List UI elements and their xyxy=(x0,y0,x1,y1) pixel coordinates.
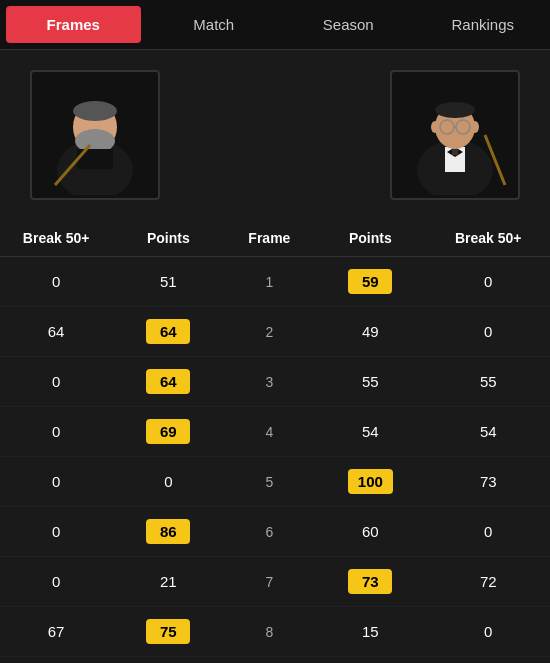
header-break-right: Break 50+ xyxy=(426,220,550,257)
cell-break-left: 0 xyxy=(0,257,112,307)
cell-points-right: 60 xyxy=(314,507,426,557)
cell-break-left: 0 xyxy=(0,507,112,557)
cell-break-right: 0 xyxy=(426,607,550,657)
cell-frame: 8 xyxy=(224,607,314,657)
svg-point-4 xyxy=(73,101,117,121)
tab-season[interactable]: Season xyxy=(281,0,416,49)
player-left-portrait xyxy=(30,70,160,200)
cell-frame: 6 xyxy=(224,507,314,557)
cell-break-left: 64 xyxy=(0,307,112,357)
cell-points-left: 21 xyxy=(112,557,224,607)
table-row: 02177372 xyxy=(0,557,550,607)
cell-break-right: 54 xyxy=(426,407,550,457)
cell-points-left: 51 xyxy=(112,257,224,307)
table-row: 0866600 xyxy=(0,507,550,557)
table-row: 06945454 xyxy=(0,407,550,457)
cell-frame: 5 xyxy=(224,457,314,507)
player-right-image xyxy=(395,75,515,195)
tab-bar: Frames Match Season Rankings xyxy=(0,0,550,50)
svg-point-14 xyxy=(431,121,439,133)
cell-frame: 3 xyxy=(224,357,314,407)
cell-frame: 4 xyxy=(224,407,314,457)
cell-break-right: 0 xyxy=(426,307,550,357)
cell-break-right: 72 xyxy=(426,557,550,607)
table-row: 06435555 xyxy=(0,357,550,407)
tab-rankings[interactable]: Rankings xyxy=(416,0,551,49)
cell-frame: 7 xyxy=(224,557,314,607)
player-left-image xyxy=(35,75,155,195)
table-row: 00510073 xyxy=(0,457,550,507)
cell-frame: 2 xyxy=(224,307,314,357)
table-row: 64642490 xyxy=(0,307,550,357)
cell-break-left: 0 xyxy=(0,457,112,507)
cell-break-right: 0 xyxy=(426,257,550,307)
cell-points-right: 59 xyxy=(314,257,426,307)
svg-point-15 xyxy=(471,121,479,133)
stats-table: Break 50+ Points Frame Points Break 50+ … xyxy=(0,220,550,657)
cell-break-right: 73 xyxy=(426,457,550,507)
tab-frames[interactable]: Frames xyxy=(6,6,141,43)
cell-points-left: 69 xyxy=(112,407,224,457)
cell-points-left: 64 xyxy=(112,357,224,407)
players-row xyxy=(0,50,550,210)
header-points-right: Points xyxy=(314,220,426,257)
cell-points-left: 0 xyxy=(112,457,224,507)
cell-break-left: 0 xyxy=(0,557,112,607)
cell-points-right: 15 xyxy=(314,607,426,657)
tab-match[interactable]: Match xyxy=(147,0,282,49)
header-break-left: Break 50+ xyxy=(0,220,112,257)
cell-break-right: 0 xyxy=(426,507,550,557)
svg-point-13 xyxy=(435,102,475,118)
cell-points-left: 64 xyxy=(112,307,224,357)
header-points-left: Points xyxy=(112,220,224,257)
cell-points-right: 54 xyxy=(314,407,426,457)
cell-break-left: 0 xyxy=(0,407,112,457)
header-frame: Frame xyxy=(224,220,314,257)
cell-points-right: 73 xyxy=(314,557,426,607)
cell-points-right: 49 xyxy=(314,307,426,357)
cell-points-right: 55 xyxy=(314,357,426,407)
cell-points-left: 75 xyxy=(112,607,224,657)
cell-break-left: 0 xyxy=(0,357,112,407)
cell-frame: 1 xyxy=(224,257,314,307)
cell-points-left: 86 xyxy=(112,507,224,557)
svg-rect-11 xyxy=(452,149,458,155)
player-right-portrait xyxy=(390,70,520,200)
cell-break-left: 67 xyxy=(0,607,112,657)
table-row: 67758150 xyxy=(0,607,550,657)
table-row: 0511590 xyxy=(0,257,550,307)
cell-points-right: 100 xyxy=(314,457,426,507)
cell-break-right: 55 xyxy=(426,357,550,407)
